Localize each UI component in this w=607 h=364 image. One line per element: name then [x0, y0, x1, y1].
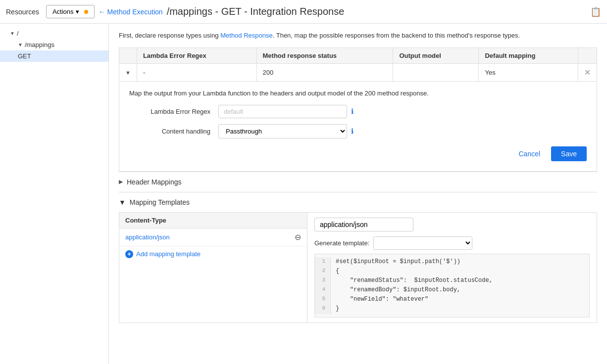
table-row: ▼ - 200 Yes ✕	[119, 63, 597, 81]
line-number: 3	[315, 276, 331, 285]
line-number: 6	[315, 304, 331, 314]
content-type-list: Content-Type application/json ⊖ + Add ma…	[119, 213, 307, 322]
add-template-label: Add mapping template	[136, 250, 201, 258]
arrow-icon: ▼	[10, 31, 15, 36]
cell-output-model	[393, 63, 479, 81]
intro-text: First, declare response types using Meth…	[119, 31, 597, 41]
mapping-templates-header[interactable]: ▼ Mapping Templates	[119, 198, 597, 206]
col-method-response-status: Method response status	[256, 47, 393, 63]
code-line-6: 6 }	[315, 304, 589, 314]
line-content: "newField": "whatever"	[331, 295, 428, 304]
code-line-4: 4 "renamedBody": $inputRoot.body,	[315, 285, 589, 295]
expand-row-arrow[interactable]: ▼	[125, 70, 131, 76]
line-content: #set($inputRoot = $input.path('$'))	[331, 257, 460, 267]
col-default-mapping: Default mapping	[479, 47, 578, 63]
close-row-button[interactable]: ✕	[584, 68, 591, 77]
sidebar-item-mappings[interactable]: ▼ /mappings	[0, 39, 108, 50]
col-lambda-error-regex: Lambda Error Regex	[137, 47, 256, 63]
remove-content-type-button[interactable]: ⊖	[295, 232, 301, 242]
code-line-3: 3 "renamedStatus": $inputRoot.statusCode…	[315, 276, 589, 285]
method-execution-link[interactable]: ← Method Execution	[99, 8, 163, 16]
intro-after: . Then, map the possible responses from …	[273, 32, 520, 39]
line-content: {	[331, 267, 339, 276]
main-layout: ▼ / ▼ /mappings GET First, declare respo…	[0, 24, 607, 364]
content-handling-select[interactable]: Passthrough Convert to binary Convert to…	[218, 124, 347, 138]
code-editor[interactable]: 1 #set($inputRoot = $input.path('$')) 2 …	[314, 254, 590, 318]
arrow-icon: ▼	[18, 42, 23, 47]
expanded-section: Map the output from your Lambda function…	[119, 82, 597, 172]
intro-before: First, declare response types using	[119, 32, 220, 39]
response-table: Lambda Error Regex Method response statu…	[119, 47, 597, 82]
sidebar-item-label: /mappings	[25, 41, 54, 48]
line-content: }	[331, 304, 339, 314]
lambda-error-regex-input[interactable]	[218, 105, 347, 118]
code-line-1: 1 #set($inputRoot = $input.path('$'))	[315, 257, 589, 267]
save-button[interactable]: Save	[551, 146, 587, 161]
method-response-link[interactable]: Method Response	[220, 32, 273, 39]
mapping-templates-section: ▼ Mapping Templates Content-Type applica…	[119, 192, 597, 323]
content-type-header: Content-Type	[119, 213, 307, 228]
list-item: application/json ⊖	[119, 228, 307, 246]
back-arrow-icon: ←	[99, 8, 105, 16]
lambda-error-regex-info-icon[interactable]: ℹ	[351, 107, 354, 115]
sidebar-item-root[interactable]: ▼ /	[0, 28, 108, 39]
sidebar-item-get[interactable]: GET	[0, 50, 108, 62]
line-number: 5	[315, 295, 331, 304]
code-line-2: 2 {	[315, 267, 589, 276]
header-mappings-label: Header Mappings	[127, 178, 182, 186]
method-execution-label: Method Execution	[107, 8, 163, 16]
code-line-5: 5 "newField": "whatever"	[315, 295, 589, 304]
content-handling-info-icon[interactable]: ℹ	[351, 127, 354, 135]
content-handling-label: Content handling	[129, 128, 218, 135]
mapping-body: Content-Type application/json ⊖ + Add ma…	[119, 212, 597, 323]
cell-default-mapping: Yes	[479, 63, 578, 81]
form-buttons: Cancel Save	[129, 146, 587, 161]
generate-template-row: Generate template:	[314, 236, 590, 250]
col-output-model: Output model	[393, 47, 479, 63]
header-mappings-arrow-icon: ▶	[119, 179, 123, 185]
sidebar: ▼ / ▼ /mappings GET	[0, 24, 109, 364]
expanded-description: Map the output from your Lambda function…	[129, 90, 587, 97]
mapping-templates-arrow-icon: ▼	[119, 198, 126, 206]
cell-lambda-error-regex: -	[137, 63, 256, 81]
line-number: 1	[315, 257, 331, 267]
header-mappings-section[interactable]: ▶ Header Mappings	[119, 172, 597, 192]
line-number: 4	[315, 285, 331, 295]
line-content: "renamedBody": $inputRoot.body,	[331, 285, 460, 295]
add-mapping-template-row[interactable]: + Add mapping template	[119, 246, 307, 262]
sidebar-item-label: /	[17, 30, 19, 37]
line-number: 2	[315, 267, 331, 276]
mapping-templates-label: Mapping Templates	[130, 198, 190, 206]
cancel-button[interactable]: Cancel	[511, 146, 547, 161]
note-icon: 📋	[590, 6, 601, 17]
generate-template-label: Generate template:	[314, 239, 369, 247]
cell-method-response-status: 200	[256, 63, 393, 81]
actions-button[interactable]: Actions ▾	[46, 5, 95, 18]
template-editor: Generate template: 1 #set($inputRoot = $…	[307, 213, 597, 322]
dropdown-arrow-icon: ▾	[76, 8, 79, 15]
content-area: First, declare response types using Meth…	[109, 24, 607, 364]
notification-dot	[84, 10, 88, 14]
lambda-error-regex-label: Lambda Error Regex	[129, 108, 218, 115]
template-name-input[interactable]	[314, 218, 413, 231]
content-handling-row: Content handling Passthrough Convert to …	[129, 124, 587, 138]
top-bar: Resources Actions ▾ ← Method Execution /…	[0, 0, 607, 24]
lambda-error-regex-row: Lambda Error Regex ℹ	[129, 105, 587, 118]
line-content: "renamedStatus": $inputRoot.statusCode,	[331, 276, 493, 285]
resources-label: Resources	[6, 8, 39, 16]
page-title: /mappings - GET - Integration Response	[167, 6, 345, 17]
generate-template-select[interactable]	[373, 236, 472, 250]
content-type-link[interactable]: application/json	[125, 233, 170, 241]
sidebar-item-label: GET	[18, 52, 31, 60]
actions-label: Actions	[52, 8, 74, 15]
add-icon: +	[125, 250, 133, 258]
